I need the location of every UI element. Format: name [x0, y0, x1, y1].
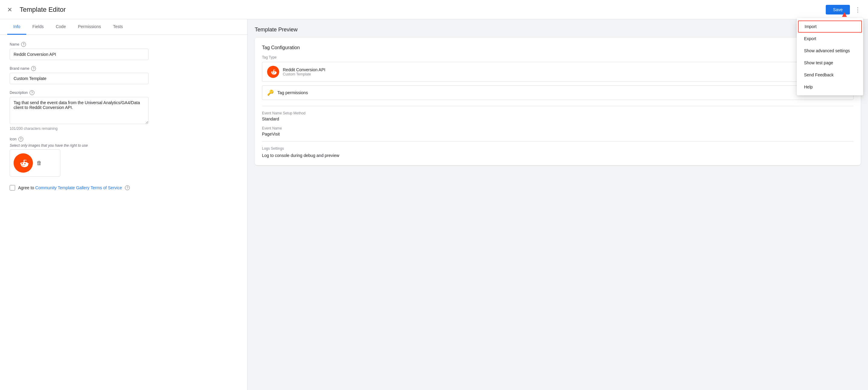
name-help-icon[interactable]: ?	[21, 42, 26, 47]
description-help-icon[interactable]: ?	[30, 90, 34, 95]
app-title: Template Editor	[20, 6, 66, 13]
more-options-button[interactable]: ⋮	[852, 4, 863, 16]
icon-note: Select only images that you have the rig…	[10, 143, 238, 148]
logs-section: Logs Settings Log to console during debu…	[262, 146, 854, 158]
tag-permissions-row: 🔑 Tag permissions	[262, 85, 854, 100]
main-layout: Info Fields Code Permissions Tests Name …	[0, 19, 868, 390]
brand-label: Brand name ?	[10, 66, 238, 71]
icon-section: Icon ? Select only images that you have …	[10, 137, 238, 177]
dropdown-item-help[interactable]: Help	[797, 81, 863, 93]
tag-reddit-icon	[267, 66, 279, 78]
dropdown-item-test-page[interactable]: Show test page	[797, 57, 863, 69]
reddit-svg	[17, 157, 30, 169]
dropdown-item-feedback[interactable]: Send Feedback	[797, 69, 863, 81]
char-count: 101/200 characters remaining	[10, 126, 238, 131]
icon-label-row: Icon ?	[10, 137, 238, 142]
tag-perm-label: Tag permissions	[277, 90, 308, 95]
divider-2	[262, 141, 854, 142]
form-content: Name ? Brand name ? Description ? T	[0, 35, 247, 198]
checkbox-label: Agree to Community Template Gallery Term…	[18, 185, 122, 190]
logs-value: Log to console during debug and preview	[262, 153, 854, 158]
tag-type-info: Reddit Conversion API Custom Template	[283, 67, 326, 77]
tab-tests[interactable]: Tests	[107, 19, 129, 35]
preview-card-title: Tag Configuration	[262, 45, 854, 51]
tag-type-sub: Custom Template	[283, 72, 326, 77]
icon-help-icon[interactable]: ?	[19, 137, 23, 142]
brand-input[interactable]	[10, 73, 149, 84]
event-setup-label: Event Name Setup Method	[262, 111, 854, 115]
event-setup-section: Event Name Setup Method Standard	[262, 111, 854, 121]
terms-help-icon[interactable]: ?	[125, 185, 130, 190]
header-right: Save ⋮ Import Export Show advanced setti…	[826, 4, 863, 16]
dropdown-item-advanced-settings[interactable]: Show advanced settings	[797, 45, 863, 57]
description-input[interactable]: Tag that send the event data from the Un…	[10, 97, 149, 124]
app-header: ✕ Template Editor Save ⋮ Import Export S…	[0, 0, 868, 19]
key-icon: 🔑	[267, 89, 274, 96]
close-button[interactable]: ✕	[5, 4, 15, 16]
reddit-icon	[13, 153, 33, 173]
brand-help-icon[interactable]: ?	[31, 66, 36, 71]
tab-permissions[interactable]: Permissions	[72, 19, 107, 35]
tab-info[interactable]: Info	[7, 19, 26, 35]
terms-link[interactable]: Community Template Gallery Terms of Serv…	[35, 185, 122, 190]
description-field-group: Description ? Tag that send the event da…	[10, 90, 238, 131]
tag-type-row: Reddit Conversion API Custom Template	[262, 62, 854, 82]
tag-type-name: Reddit Conversion API	[283, 67, 326, 72]
dropdown-menu: Import Export Show advanced settings Sho…	[797, 18, 863, 95]
checkbox-row: Agree to Community Template Gallery Term…	[10, 185, 238, 190]
tab-code[interactable]: Code	[50, 19, 72, 35]
name-field-group: Name ?	[10, 42, 238, 60]
event-name-section: Event Name PageVisit	[262, 126, 854, 137]
dropdown-item-import[interactable]: Import	[798, 21, 862, 33]
preview-title: Template Preview	[255, 27, 861, 33]
tag-type-label: Tag Type	[262, 55, 854, 59]
dropdown-item-export[interactable]: Export	[797, 33, 863, 45]
logs-label: Logs Settings	[262, 146, 854, 151]
arrow-indicator	[842, 12, 847, 17]
name-input[interactable]	[10, 49, 149, 60]
header-left: ✕ Template Editor	[5, 4, 66, 16]
tag-reddit-svg	[269, 68, 277, 76]
event-name-value: PageVisit	[262, 131, 854, 137]
left-panel: Info Fields Code Permissions Tests Name …	[0, 19, 247, 390]
divider-1	[262, 106, 854, 106]
right-panel: Template Preview Tag Configuration Tag T…	[247, 19, 868, 390]
event-setup-value: Standard	[262, 117, 854, 121]
tab-fields[interactable]: Fields	[26, 19, 50, 35]
preview-card: Tag Configuration Tag Type Reddit Conver…	[255, 38, 861, 165]
delete-icon-button[interactable]: 🗑	[36, 160, 42, 166]
tabs-bar: Info Fields Code Permissions Tests	[0, 19, 247, 35]
name-label: Name ?	[10, 42, 238, 47]
event-name-label: Event Name	[262, 126, 854, 130]
icon-preview-area: 🗑	[10, 149, 60, 177]
terms-checkbox[interactable]	[10, 185, 15, 190]
brand-field-group: Brand name ?	[10, 66, 238, 84]
description-label: Description ?	[10, 90, 238, 95]
